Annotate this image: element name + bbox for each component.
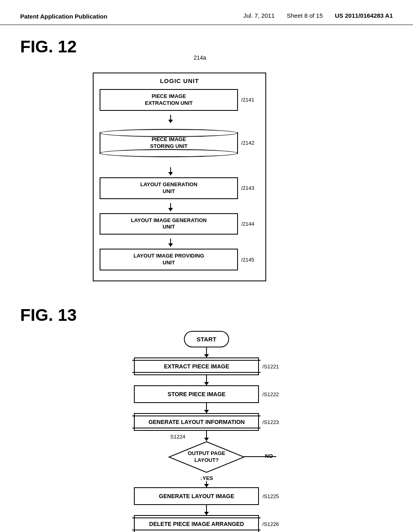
patent-number: US 2011/0164283 A1 [335,12,393,19]
layout-generation-unit: LAYOUT GENERATIONUNIT [100,177,238,199]
ref-2142: /2142 [241,140,259,146]
s1225-label: GENERATE LAYOUT IMAGE [159,493,234,499]
start-node: START [184,331,229,347]
main-content: FIG. 12 214a LOGIC UNIT PIECE IMAGEEXTRA… [0,25,413,532]
no-label: NO [265,453,273,459]
s1224-label: OUTPUT PAGELAYOUT? [188,450,225,463]
yes-label: ↓YES [200,475,213,481]
ref-s1223: /S1223 [262,419,279,425]
layout-image-generation-unit: LAYOUT IMAGE GENERATIONUNIT [100,213,238,235]
fig12-label: FIG. 12 [20,37,393,56]
ref-2143: /2143 [241,185,259,191]
fig13-section: FIG. 13 START EXTRACT PIECE IMA [20,305,393,532]
unit-row-2144: LAYOUT IMAGE GENERATIONUNIT /2144 [100,213,259,235]
ref-2141: /2141 [241,97,259,103]
s1221-row: EXTRACT PIECE IMAGE /S1221 [134,357,279,375]
layout-image-providing-unit: LAYOUT IMAGE PROVIDINGUNIT [100,249,238,270]
start-label: START [197,336,217,343]
s1224-row: OUTPUT PAGELAYOUT? S1224 NO [168,441,245,473]
unit-row-2145: LAYOUT IMAGE PROVIDINGUNIT /2145 [100,249,259,270]
s1222-row: STORE PIECE IMAGE /S1222 [134,385,279,403]
pub-date: Jul. 7, 2011 [243,12,275,19]
piece-image-extraction-unit: PIECE IMAGEEXTRACTION UNIT [100,89,238,111]
ref-s1221: /S1221 [262,364,279,370]
publication-label: Patent Application Publication [20,12,107,21]
s1226-row: DELETE PIECE IMAGE ARRANGED /S1226 [134,515,279,532]
unit-row-2143: LAYOUT GENERATIONUNIT /2143 [100,177,259,199]
ref-s1225: /S1225 [262,493,279,499]
fig13-label: FIG. 13 [20,305,393,325]
sheet-info: Sheet 8 of 15 [287,12,323,19]
ref-s1224: S1224 [170,434,186,440]
unit-row-2141: PIECE IMAGEEXTRACTION UNIT /2141 [100,89,259,111]
ref-2145: /2145 [241,257,259,263]
fig12-section: FIG. 12 214a LOGIC UNIT PIECE IMAGEEXTRA… [20,37,393,281]
header-meta: Jul. 7, 2011 Sheet 8 of 15 US 2011/01642… [243,12,393,19]
fig12-ref: 214a [194,54,206,61]
ref-2144: /2144 [241,221,259,227]
page-header: Patent Application Publication Jul. 7, 2… [0,0,413,25]
logic-unit-title: LOGIC UNIT [100,77,259,84]
logic-unit-container: LOGIC UNIT PIECE IMAGEEXTRACTION UNIT /2… [93,73,266,281]
ref-s1226: /S1226 [262,521,279,527]
ref-s1222: /S1222 [262,391,279,397]
s1225-row: GENERATE LAYOUT IMAGE /S1225 [134,487,279,505]
unit-row-2142: PIECE IMAGESTORING UNIT /2142 [100,125,259,161]
s1222-label: STORE PIECE IMAGE [168,391,226,397]
s1223-row: GENERATE LAYOUT INFORMATION /S1223 [134,413,279,431]
